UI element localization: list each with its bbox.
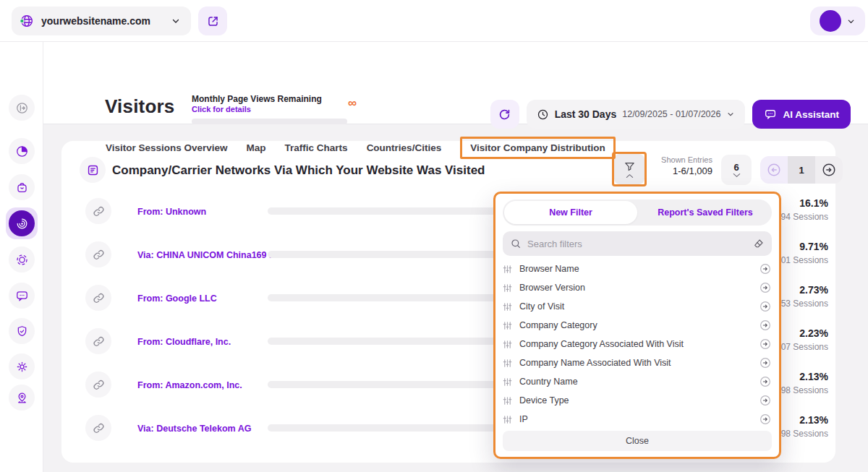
- page-views-progress: [192, 119, 347, 124]
- sidebar-item-radar[interactable]: [6, 207, 38, 239]
- filter-item-company-category[interactable]: Company Category: [503, 316, 772, 335]
- filter-item-ip[interactable]: IP: [503, 410, 772, 429]
- drag-handle-icon[interactable]: [503, 321, 512, 330]
- sidebar-item-location-pin[interactable]: [9, 385, 35, 411]
- date-range-picker[interactable]: Last 30 Days 12/09/2025 - 01/07/2026: [527, 100, 746, 129]
- tab-visitor-company-distribution[interactable]: Visitor Company Distribution: [460, 137, 616, 159]
- arrow-right-circle-icon[interactable]: [759, 319, 772, 332]
- filter-item-label: Browser Name: [519, 264, 752, 274]
- pagination: 1: [760, 156, 843, 184]
- network-label[interactable]: From: Unknown: [137, 207, 206, 217]
- drag-handle-icon[interactable]: [503, 340, 512, 349]
- ai-assistant-label: AI Assistant: [783, 109, 839, 120]
- tab-traffic-charts[interactable]: Traffic Charts: [285, 137, 348, 158]
- sidebar-item-gear[interactable]: [9, 353, 35, 379]
- arrow-right-circle-icon[interactable]: [759, 375, 772, 388]
- filter-item-browser-name[interactable]: Browser Name: [503, 259, 772, 278]
- location-pin-icon: [15, 391, 29, 405]
- recordings-icon: [15, 253, 29, 267]
- page-size-select[interactable]: 6: [721, 155, 752, 185]
- link-icon: [85, 372, 111, 398]
- link-icon: [85, 328, 111, 354]
- website-selector[interactable]: yourwebsitename.com: [12, 7, 191, 35]
- sidebar-item-pie-chart[interactable]: [9, 138, 35, 164]
- filter-tab-report-s-saved-filters[interactable]: Report's Saved Filters: [639, 199, 772, 226]
- ai-assistant-button[interactable]: AI Assistant: [752, 100, 851, 129]
- arrow-right-circle-icon[interactable]: [759, 394, 772, 407]
- shield-check-icon: [15, 325, 29, 338]
- page-views-widget: Monthly Page Views Remaining Click for d…: [192, 94, 357, 124]
- sessions-percent: 2.73%: [799, 284, 828, 296]
- prev-page-button[interactable]: [760, 156, 788, 184]
- sessions-percent: 9.71%: [799, 241, 828, 252]
- website-name: yourwebsitename.com: [41, 15, 164, 27]
- page-size-value: 6: [733, 162, 739, 173]
- sidebar-item-bag[interactable]: [9, 174, 35, 200]
- arrow-right-circle-icon[interactable]: [759, 300, 772, 313]
- arrow-right-circle-icon[interactable]: [759, 262, 772, 275]
- chevron-down-icon: [171, 16, 181, 26]
- filter-item-city-of-visit[interactable]: City of Visit: [503, 297, 772, 316]
- filter-item-device-type[interactable]: Device Type: [503, 391, 772, 410]
- link-icon: [85, 198, 111, 224]
- infinity-icon: ∞: [348, 97, 357, 109]
- chevron-down-icon: [733, 173, 741, 178]
- filter-panel-tabs: New FilterReport's Saved Filters: [503, 199, 772, 226]
- filter-item-company-category-associated-with-visit[interactable]: Company Category Associated With Visit: [503, 335, 772, 353]
- filter-tab-new-filter[interactable]: New Filter: [504, 201, 637, 224]
- drag-handle-icon[interactable]: [503, 265, 512, 274]
- filter-item-browser-version[interactable]: Browser Version: [503, 278, 772, 297]
- sidebar-item-chat[interactable]: [9, 283, 35, 309]
- filter-item-label: City of Visit: [519, 301, 752, 312]
- shown-entries-label: Shown Entries: [651, 155, 712, 164]
- drag-handle-icon[interactable]: [503, 377, 512, 387]
- page-header: Visitors Monthly Page Views Remaining Cl…: [43, 42, 868, 124]
- avatar: [820, 10, 841, 32]
- close-filter-button[interactable]: Close: [503, 431, 772, 451]
- filter-item-label: Company Category: [519, 320, 752, 330]
- refresh-button[interactable]: [490, 100, 519, 129]
- radar-icon: [9, 210, 35, 236]
- link-icon: [85, 285, 111, 311]
- filter-item-label: Company Category Associated With Visit: [519, 339, 752, 349]
- tab-visitor-sessions-overview[interactable]: Visitor Sessions Overview: [106, 137, 228, 158]
- filter-item-country-name[interactable]: Country Name: [503, 372, 772, 391]
- search-icon: [510, 238, 522, 249]
- open-website-button[interactable]: [198, 7, 227, 35]
- network-label[interactable]: From: Google LLC: [137, 293, 217, 304]
- sidebar-item-recordings[interactable]: [9, 246, 35, 273]
- filter-item-label: Browser Version: [519, 283, 752, 293]
- drag-handle-icon[interactable]: [503, 415, 512, 424]
- next-page-button[interactable]: [815, 156, 843, 184]
- filter-list: Browser NameBrowser VersionCity of Visit…: [503, 259, 772, 429]
- arrow-right-circle-icon[interactable]: [759, 281, 772, 294]
- arrow-right-circle-icon[interactable]: [759, 338, 772, 351]
- clock-icon: [537, 108, 549, 121]
- network-label[interactable]: From: Amazon.com, Inc.: [137, 380, 242, 390]
- card-title: Company/Carrier Networks Via Which Your …: [112, 163, 485, 178]
- filter-search[interactable]: [503, 231, 772, 256]
- tab-map[interactable]: Map: [247, 137, 266, 158]
- app-screen: yourwebsitename.com Visitors Monthly Pag…: [0, 0, 868, 472]
- arrow-right-circle-icon[interactable]: [759, 413, 772, 426]
- drag-handle-icon[interactable]: [503, 396, 512, 406]
- arrow-left-circle-icon: [766, 162, 782, 178]
- sidebar-item-shield-check[interactable]: [9, 318, 35, 344]
- page-views-details-link[interactable]: Click for details: [192, 105, 357, 113]
- network-label[interactable]: Via: Deutsche Telekom AG: [137, 424, 251, 434]
- filter-search-input[interactable]: [527, 239, 747, 249]
- sidebar-item-collapse[interactable]: [9, 95, 35, 121]
- tab-countries-cities[interactable]: Countries/Cities: [367, 137, 442, 158]
- arrow-right-circle-icon[interactable]: [759, 356, 772, 369]
- drag-handle-icon[interactable]: [503, 359, 512, 368]
- filter-item-company-name-associated-with-visit[interactable]: Company Name Associated With Visit: [503, 353, 772, 372]
- filter-button[interactable]: [614, 154, 644, 184]
- network-label[interactable]: From: Cloudflare, Inc.: [137, 337, 231, 347]
- date-preset: Last 30 Days: [555, 108, 617, 120]
- eraser-icon[interactable]: [753, 238, 765, 249]
- gear-icon: [15, 360, 29, 374]
- account-menu[interactable]: [810, 7, 865, 35]
- globe-icon: [19, 13, 35, 29]
- drag-handle-icon[interactable]: [503, 302, 512, 312]
- drag-handle-icon[interactable]: [503, 283, 512, 293]
